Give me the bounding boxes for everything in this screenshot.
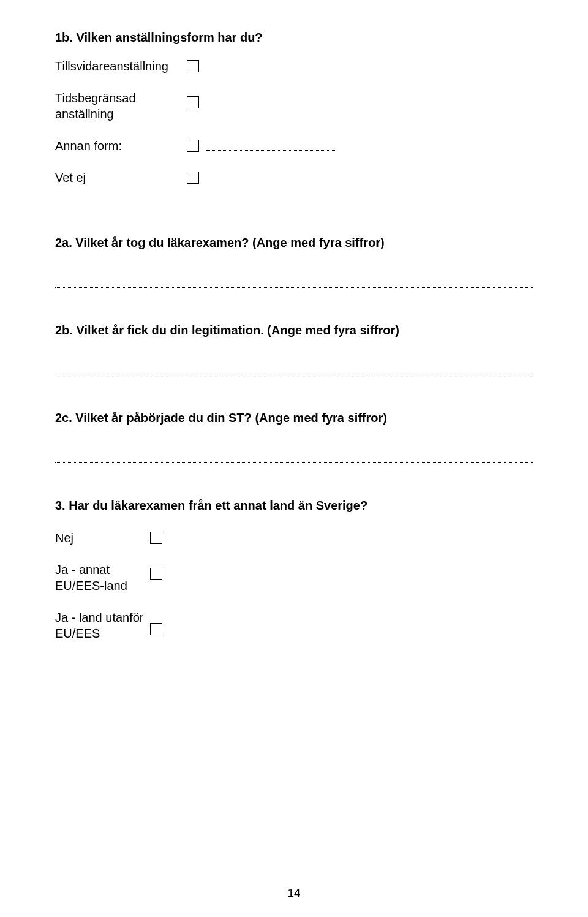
q1b-opt-vetej-label: Vet ej [55, 170, 187, 186]
q2a-input-line[interactable] [55, 287, 533, 288]
checkbox-annan[interactable] [187, 140, 199, 152]
q3-title: 3. Har du läkarexamen från ett annat lan… [55, 499, 533, 513]
q1b-opt-annan-label: Annan form: [55, 138, 187, 154]
q3-option-nej: Nej [55, 530, 533, 546]
annan-input-line[interactable] [206, 142, 335, 151]
q2b-title: 2b. Vilket år fick du din legitimation. … [55, 323, 533, 338]
checkbox-vetej[interactable] [187, 172, 199, 184]
q1b-option-tidsbegransad: Tidsbegränsad anställning [55, 90, 533, 122]
form-page: 1b. Vilken anställningsform har du? Till… [0, 0, 588, 917]
q1b-option-annan: Annan form: [55, 138, 533, 154]
q3-opt-eu-label: Ja - annat EU/EES-land [55, 562, 150, 594]
q2c-title: 2c. Vilket år påbörjade du din ST? (Ange… [55, 411, 533, 425]
q2b-input-line[interactable] [55, 374, 533, 375]
q3-opt-nej-label: Nej [55, 530, 150, 546]
q3-option-eu: Ja - annat EU/EES-land [55, 562, 533, 594]
q1b-option-vetej: Vet ej [55, 170, 533, 186]
q1b-title: 1b. Vilken anställningsform har du? [55, 31, 533, 45]
checkbox-utanfor[interactable] [150, 623, 162, 635]
q1b-opt-tidsbegransad-label: Tidsbegränsad anställning [55, 90, 187, 122]
q3-opt-utanfor-label: Ja - land utanför EU/EES [55, 609, 150, 641]
q2a-title: 2a. Vilket år tog du läkarexamen? (Ange … [55, 236, 533, 250]
q3-option-utanfor: Ja - land utanför EU/EES [55, 609, 533, 641]
checkbox-nej[interactable] [150, 532, 162, 544]
q1b-option-tillsvidare: Tillsvidareanställning [55, 58, 533, 74]
checkbox-eu[interactable] [150, 568, 162, 580]
checkbox-tillsvidare[interactable] [187, 60, 199, 72]
page-number: 14 [0, 886, 588, 900]
q1b-opt-tillsvidare-label: Tillsvidareanställning [55, 58, 187, 74]
checkbox-tidsbegransad[interactable] [187, 96, 199, 108]
q2c-input-line[interactable] [55, 462, 533, 463]
